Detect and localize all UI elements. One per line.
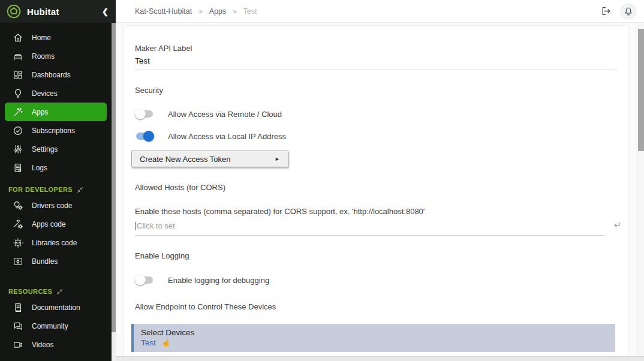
brand-title: Hubitat — [27, 7, 102, 17]
local-ip-toggle-row: Allow Access via Local IP Address — [135, 130, 618, 143]
breadcrumb-hub-name[interactable]: Kat-Scott-Hubitat — [135, 7, 192, 16]
lightbulb-icon — [13, 88, 23, 99]
selected-device-link[interactable]: Test — [141, 338, 156, 347]
page-scrollbar — [637, 23, 644, 361]
book-icon — [13, 302, 23, 313]
sidebar-item-apps[interactable]: Apps — [5, 103, 107, 121]
topbar-icons — [600, 3, 637, 20]
chevron-right-icon: > — [233, 8, 236, 15]
remote-cloud-toggle[interactable] — [135, 108, 154, 120]
sidebar-scrollbar-thumb[interactable] — [112, 23, 116, 332]
sidebar-scrollbar — [112, 23, 116, 361]
remote-cloud-toggle-row: Allow Access via Remote / Cloud — [135, 107, 618, 121]
sidebar-item-logs[interactable]: Logs — [5, 158, 107, 177]
bulb-gear-icon — [13, 200, 23, 211]
enable-logging-heading: Enable Logging — [135, 251, 618, 260]
bell-icon — [623, 6, 634, 17]
sidebar-item-libraries-code[interactable]: Libraries code — [5, 233, 107, 252]
log-document-icon — [13, 163, 23, 173]
maker-api-label-input[interactable]: Test — [135, 56, 618, 70]
magic-wand-icon — [13, 107, 23, 118]
chat-bubbles-icon — [13, 321, 23, 332]
allowed-hosts-heading: Allowed Hosts (for CORS) — [135, 183, 618, 192]
sidebar-item-bundles[interactable]: Bundles — [5, 252, 107, 270]
page-scrollbar-thumb[interactable] — [638, 29, 644, 151]
check-circle-icon — [13, 125, 23, 136]
local-ip-toggle[interactable] — [135, 130, 154, 142]
control-devices-heading: Allow Endpoint to Control These Devices — [135, 302, 618, 311]
cors-hosts-input[interactable]: Click to set — [135, 221, 604, 236]
cors-hosts-input-row: Click to set ↵ — [135, 221, 604, 236]
select-devices-box[interactable]: Select Devices Test ☝ — [131, 324, 615, 352]
sidebar-item-devices[interactable]: Devices — [5, 84, 107, 103]
sidebar-item-apps-code[interactable]: Apps code — [5, 215, 107, 233]
sidebar-item-videos[interactable]: Videos — [5, 335, 107, 354]
sidebar-item-subscriptions[interactable]: Subscriptions — [5, 121, 107, 140]
sidebar-nav: Home Rooms Dashboards Devices Apps Subsc… — [0, 23, 116, 354]
collapse-section-icon[interactable] — [77, 186, 83, 193]
chevron-right-icon: > — [198, 8, 202, 15]
app-settings-card: Maker API Label Test Security Allow Acce… — [124, 26, 628, 357]
breadcrumb: Kat-Scott-Hubitat > Apps > Test — [135, 7, 257, 16]
collapse-section-icon[interactable] — [56, 288, 63, 295]
bed-icon — [13, 51, 23, 62]
bundle-folder-icon — [13, 256, 23, 267]
wand-gear-icon — [13, 219, 23, 230]
sidebar-header: Hubitat ❮ — [0, 0, 116, 23]
topbar: Kat-Scott-Hubitat > Apps > Test — [116, 0, 644, 23]
cors-description: Enable these hosts (comma separated) for… — [135, 207, 618, 216]
sidebar-item-rooms[interactable]: Rooms — [5, 47, 107, 65]
sidebar-item-drivers-code[interactable]: Drivers code — [5, 196, 107, 215]
enter-key-icon: ↵ — [614, 220, 621, 230]
main-content: Maker API Label Test Security Allow Acce… — [116, 23, 644, 361]
sidebar-item-community[interactable]: Community — [5, 317, 107, 335]
submenu-arrow-icon: ► — [275, 156, 280, 162]
gear-code-icon — [13, 237, 23, 248]
create-token-button[interactable]: Create New Access Token ► — [131, 151, 288, 167]
sidebar-item-home[interactable]: Home — [5, 28, 107, 47]
hubitat-app-config-page: Hubitat ❮ Home Rooms Dashboards Devices — [0, 0, 644, 361]
notifications-button[interactable] — [620, 3, 637, 20]
security-heading: Security — [135, 86, 618, 95]
video-camera-icon — [13, 339, 23, 350]
home-icon — [13, 32, 23, 43]
sidebar-item-settings[interactable]: Settings — [5, 140, 107, 158]
hand-cursor-icon: ☝ — [161, 340, 171, 346]
sidebar-item-dashboards[interactable]: Dashboards — [5, 65, 107, 84]
hubitat-logo-icon — [6, 4, 22, 19]
text-caret — [135, 222, 136, 230]
dashboard-icon — [13, 70, 23, 80]
logout-icon[interactable] — [600, 5, 612, 17]
maker-api-label: Maker API Label — [135, 44, 618, 53]
sidebar-item-documentation[interactable]: Documentation — [5, 298, 107, 317]
collapse-sidebar-icon[interactable]: ❮ — [102, 7, 109, 16]
breadcrumb-current-page: Test — [243, 7, 257, 16]
section-resources: RESOURCES — [8, 288, 116, 295]
sidebar: Hubitat ❮ Home Rooms Dashboards Devices — [0, 0, 116, 361]
next-section-edge — [116, 356, 644, 361]
debug-logging-toggle[interactable] — [135, 274, 154, 286]
breadcrumb-apps[interactable]: Apps — [209, 7, 227, 16]
debug-logging-toggle-row: Enable logging for debugging — [135, 273, 618, 287]
sliders-icon — [13, 144, 23, 155]
section-for-developers: FOR DEVELOPERS — [8, 186, 116, 193]
